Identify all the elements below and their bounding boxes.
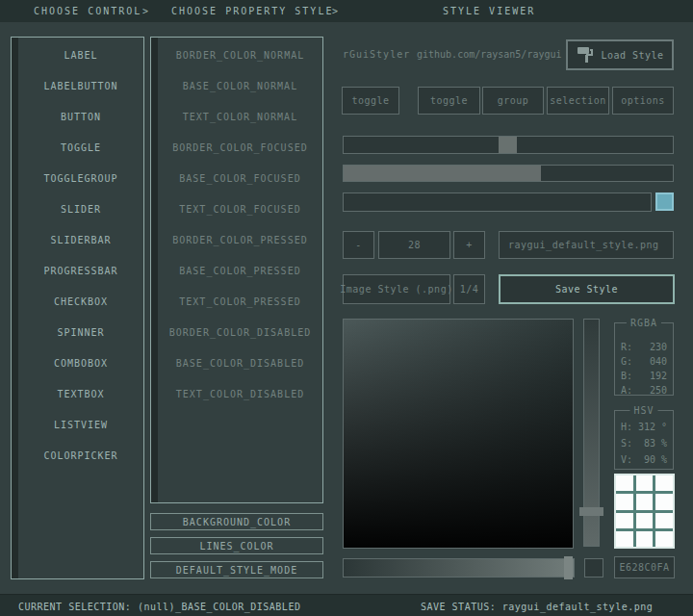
- hsv-value-row: S: 83 %: [615, 435, 673, 451]
- grid-cell: [636, 531, 654, 547]
- controls-list-item[interactable]: TOGGLEGROUP: [18, 164, 143, 194]
- rgba-channel-label: G:: [621, 354, 632, 369]
- background-color-button[interactable]: BACKGROUND_COLOR: [150, 513, 323, 530]
- bottom-status-bar: CURRENT SELECTION: (null)_BASE_COLOR_DIS…: [0, 594, 693, 616]
- current-selection-status: CURRENT SELECTION: (null)_BASE_COLOR_DIS…: [18, 602, 300, 612]
- save-status: SAVE STATUS: raygui_default_style.png: [421, 602, 653, 612]
- save-style-button[interactable]: Save Style: [499, 274, 675, 304]
- controls-list-item[interactable]: LABEL: [18, 40, 143, 71]
- breadcrumb-choose-property-style: CHOOSE PROPERTY STYLE: [171, 6, 333, 16]
- hsv-group-title: HSV: [629, 405, 657, 416]
- alpha-slider[interactable]: [343, 558, 575, 578]
- rgba-channel-label: A:: [621, 383, 632, 398]
- color-picker-panel[interactable]: [343, 319, 574, 549]
- grid-cell: [616, 513, 633, 528]
- slider[interactable]: [343, 136, 674, 154]
- alpha-slider-handle[interactable]: [564, 556, 573, 579]
- controls-list-item[interactable]: SLIDER: [18, 194, 143, 225]
- grid-cell: [616, 494, 633, 509]
- breadcrumb-style-viewer: STYLE VIEWER: [443, 6, 535, 16]
- controls-list-item[interactable]: TOGGLE: [18, 133, 143, 164]
- controls-list-item[interactable]: CHECKBOX: [18, 287, 143, 318]
- grid-cell: [655, 531, 673, 547]
- default-style-mode-button[interactable]: DEFAULT_STYLE_MODE: [150, 561, 323, 578]
- controls-list-item[interactable]: TEXTBOX: [18, 379, 143, 410]
- hex-color-input[interactable]: E628C0FA: [614, 556, 675, 578]
- properties-list-item[interactable]: TEXT_COLOR_FOCUSED: [158, 194, 322, 225]
- hsv-value-row: H: 312 °: [615, 419, 673, 435]
- spinner-value[interactable]: 28: [378, 231, 450, 259]
- demo-textbox[interactable]: [343, 192, 652, 212]
- breadcrumb-separator-icon: >: [332, 6, 340, 16]
- toggle-group-item-group[interactable]: group: [482, 87, 544, 115]
- properties-list-item[interactable]: TEXT_COLOR_PRESSED: [158, 287, 322, 318]
- properties-list-item[interactable]: TEXT_COLOR_NORMAL: [158, 102, 322, 133]
- rgba-channel-value: 230: [650, 340, 667, 354]
- properties-list-item[interactable]: BASE_COLOR_PRESSED: [158, 256, 322, 287]
- rgba-value-row: B: 192: [615, 369, 673, 383]
- controls-list-item[interactable]: LISTVIEW: [18, 410, 143, 441]
- filename-input[interactable]: raygui_default_style.png: [499, 231, 674, 259]
- hsv-channel-label: H:: [621, 419, 632, 435]
- controls-list-item[interactable]: BUTTON: [18, 102, 143, 133]
- controls-list-panel: LABELLABELBUTTONBUTTONTOGGLETOGGLEGROUPS…: [11, 37, 144, 579]
- controls-list-item[interactable]: LABELBUTTON: [18, 71, 143, 102]
- hsv-channel-label: V:: [621, 451, 632, 468]
- repo-link: github.com/raysan5/raygui: [417, 49, 562, 60]
- hsv-values: H: 312 ° S: 83 % V: 90 %: [615, 419, 673, 468]
- grid-cell: [616, 475, 633, 491]
- rgba-value-row: A: 250: [615, 383, 673, 398]
- rgba-group-box: RGBA R: 230 G: 040 B: 192 A: 250: [614, 322, 674, 396]
- properties-list-item[interactable]: BORDER_COLOR_NORMAL: [158, 40, 322, 71]
- properties-list-scrollbar[interactable]: [151, 38, 158, 502]
- alpha-checkbox[interactable]: [584, 558, 603, 578]
- properties-list-item[interactable]: BORDER_COLOR_FOCUSED: [158, 133, 322, 164]
- controls-list-scrollbar[interactable]: [12, 38, 18, 578]
- spinner-decrement-button[interactable]: -: [343, 231, 374, 259]
- properties-list-panel: BORDER_COLOR_NORMALBASE_COLOR_NORMALTEXT…: [150, 37, 323, 503]
- grid-cell: [655, 513, 673, 528]
- grid-cell: [616, 531, 633, 547]
- progress-bar-fill: [344, 166, 541, 181]
- controls-list-item[interactable]: SPINNER: [18, 318, 143, 348]
- grid-cell: [636, 513, 654, 528]
- toggle-group-item-options[interactable]: options: [612, 87, 674, 115]
- image-style-button[interactable]: Image Style (.png): [343, 274, 450, 304]
- properties-list-item[interactable]: BORDER_COLOR_DISABLED: [158, 318, 322, 348]
- hsv-value-row: V: 90 %: [615, 451, 673, 468]
- toggle-group-item-selection[interactable]: selection: [547, 87, 609, 115]
- load-style-button[interactable]: Load Style: [566, 39, 674, 70]
- hue-slider-handle[interactable]: [579, 507, 603, 516]
- rgba-group-title: RGBA: [627, 318, 661, 328]
- toggle-button[interactable]: toggle: [342, 87, 399, 115]
- rgba-value-row: R: 230: [615, 340, 673, 354]
- grid-cell: [636, 494, 654, 509]
- controls-list-item[interactable]: PROGRESSBAR: [18, 256, 143, 287]
- rgba-channel-label: R:: [621, 340, 632, 354]
- properties-list-item[interactable]: BASE_COLOR_FOCUSED: [158, 164, 322, 194]
- rgba-channel-label: B:: [621, 369, 632, 383]
- progress-bar: [343, 165, 674, 182]
- breadcrumb-separator-icon: >: [142, 6, 150, 16]
- rgba-channel-value: 250: [650, 383, 667, 398]
- slider-handle[interactable]: [499, 137, 517, 153]
- lines-color-button[interactable]: LINES_COLOR: [150, 537, 323, 554]
- spinner-increment-button[interactable]: +: [453, 231, 485, 259]
- hsv-group-box: HSV H: 312 ° S: 83 % V: 90 %: [614, 410, 674, 470]
- demo-checkbox[interactable]: [655, 192, 674, 211]
- properties-list-item[interactable]: BASE_COLOR_NORMAL: [158, 71, 322, 102]
- toggle-group-item-toggle[interactable]: toggle: [418, 87, 480, 115]
- paint-roller-icon: [576, 45, 595, 64]
- hsv-channel-value: 312 °: [638, 419, 667, 435]
- properties-list: BORDER_COLOR_NORMALBASE_COLOR_NORMALTEXT…: [158, 40, 322, 410]
- properties-list-item[interactable]: BASE_COLOR_DISABLED: [158, 348, 322, 379]
- hsv-channel-value: 83 %: [644, 435, 667, 451]
- breadcrumb-choose-control: CHOOSE CONTROL: [34, 6, 141, 16]
- properties-list-item[interactable]: BORDER_COLOR_PRESSED: [158, 225, 322, 256]
- controls-list-item[interactable]: SLIDERBAR: [18, 225, 143, 256]
- controls-list-item[interactable]: COLORPICKER: [18, 441, 143, 472]
- style-page-indicator[interactable]: 1/4: [453, 274, 485, 304]
- properties-list-item[interactable]: TEXT_COLOR_DISABLED: [158, 379, 322, 410]
- controls-list-item[interactable]: COMBOBOX: [18, 348, 143, 379]
- rgba-values: R: 230 G: 040 B: 192 A: 250: [615, 340, 673, 398]
